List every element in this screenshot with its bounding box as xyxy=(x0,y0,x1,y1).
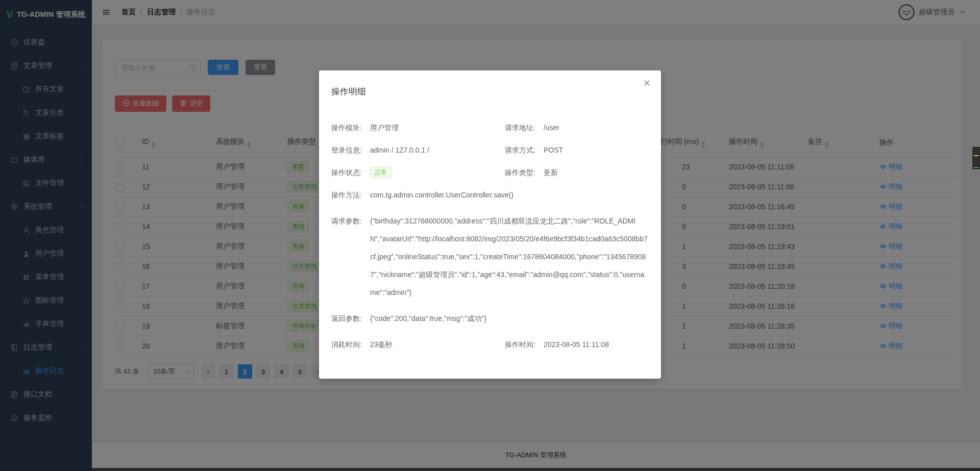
detail-field-row: 操作方法:com.tg.admin.controller.UserControl… xyxy=(331,189,649,204)
field-label: 请求参数: xyxy=(331,215,370,227)
detail-field-row: 登录信息:admin / 127.0.0.1 /请求方式:POST xyxy=(331,144,649,156)
field-label: 返回参数: xyxy=(331,313,370,324)
field-label: 操作模块: xyxy=(331,122,370,133)
field-value: com.tg.admin.controller.UserController.s… xyxy=(370,186,648,204)
field-label: 操作类型: xyxy=(505,167,544,178)
dialog-title: 操作明细 xyxy=(331,86,649,97)
field-label: 操作状态: xyxy=(331,167,370,178)
status-badge: 正常 xyxy=(370,167,391,178)
field-value: {"birthday":312768000000,"address":"四川成都… xyxy=(370,212,648,302)
detail-field-row: 请求参数:{"birthday":312768000000,"address":… xyxy=(331,215,649,302)
field-label: 请求方式: xyxy=(505,144,544,156)
field-label: 消耗时间: xyxy=(331,339,370,350)
field-value: 23毫秒 xyxy=(370,340,393,349)
detail-field-row: 返回参数:{"code":200,"data":true,"msg":"成功"} xyxy=(331,313,649,328)
field-label: 操作方法: xyxy=(331,189,370,201)
detail-field-row: 操作模块:用户管理请求地址:/user xyxy=(331,122,649,133)
field-value: POST xyxy=(544,146,563,154)
field-value: {"code":200,"data":true,"msg":"成功"} xyxy=(370,310,648,328)
operation-detail-dialog: 操作明细 ✕ 操作模块:用户管理请求地址:/user登录信息:admin / 1… xyxy=(319,70,661,379)
field-value: admin / 127.0.0.1 / xyxy=(370,146,429,154)
field-value: /user xyxy=(544,123,559,132)
detail-field-row: 操作状态:正常操作类型:更新 xyxy=(331,167,649,178)
detail-field-row: 消耗时间:23毫秒操作时间:2023-08-05 11:11:08 xyxy=(331,339,649,350)
field-label: 操作时间: xyxy=(505,339,544,350)
field-value: 用户管理 xyxy=(370,123,399,132)
dialog-body: 操作模块:用户管理请求地址:/user登录信息:admin / 127.0.0.… xyxy=(331,122,649,350)
minimap-widget xyxy=(972,147,980,169)
field-value: 2023-08-05 11:11:08 xyxy=(544,340,609,349)
field-label: 请求地址: xyxy=(505,122,544,133)
field-value: 更新 xyxy=(544,168,558,177)
field-label: 登录信息: xyxy=(331,144,370,156)
close-icon[interactable]: ✕ xyxy=(643,79,651,88)
